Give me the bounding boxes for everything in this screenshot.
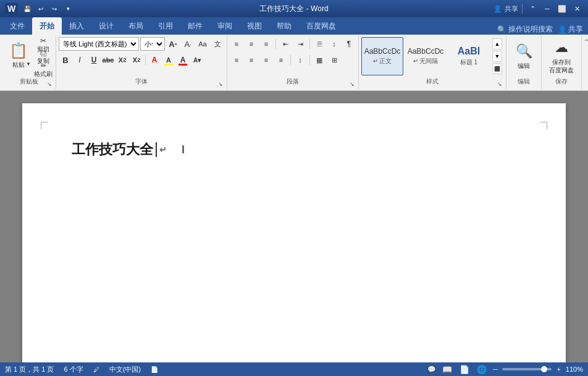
- ribbon: 文件 开始 插入 设计 布局 引用 邮件 审阅 视图 帮助 百度网盘 🔍 操作说…: [0, 17, 588, 35]
- styles-expand-dialog-btn[interactable]: ↘: [496, 80, 503, 88]
- document-heading[interactable]: 工作技巧大全↵ I: [72, 140, 516, 159]
- ribbon-right-items: 🔍 操作说明搜索 👤 共享: [497, 24, 586, 35]
- editing-group-bottom: 编辑: [509, 75, 539, 88]
- print-layout-btn[interactable]: 📄: [458, 364, 471, 374]
- bullets-btn[interactable]: ≡: [230, 37, 243, 51]
- highlight-icon: A: [166, 56, 171, 64]
- underline-btn[interactable]: U: [87, 53, 101, 67]
- tab-review[interactable]: 审阅: [210, 17, 240, 35]
- style-no-spacing[interactable]: AaBbCcDc ↵ 无间隔: [405, 37, 447, 75]
- undo-quick-btn[interactable]: ↩: [35, 3, 46, 14]
- multilevel-btn[interactable]: ≡: [259, 37, 273, 51]
- customize-quick-btn[interactable]: ▼: [62, 3, 74, 14]
- styles-scroll-down[interactable]: ▼: [492, 51, 502, 62]
- plus-zoom-btn[interactable]: +: [556, 365, 560, 373]
- show-hide-btn[interactable]: ¶: [342, 37, 356, 51]
- italic-btn[interactable]: I: [73, 53, 86, 67]
- paste-btn[interactable]: 📋 粘贴 ▼: [5, 37, 32, 74]
- clear-format-btn[interactable]: A: [148, 53, 161, 67]
- share-btn[interactable]: 共享: [505, 4, 518, 14]
- styles-scroll-up[interactable]: ▲: [492, 38, 502, 49]
- strikethrough-btn[interactable]: abc: [101, 53, 115, 67]
- text-cursor-indicator: I: [182, 143, 185, 156]
- tab-insert[interactable]: 插入: [62, 17, 91, 35]
- zoom-slider[interactable]: [502, 368, 552, 370]
- tab-mail[interactable]: 邮件: [180, 17, 210, 35]
- enlarge-font-btn[interactable]: A+: [166, 37, 180, 51]
- font-name-select[interactable]: 等线 Light (西文标题): [59, 37, 139, 51]
- style-normal[interactable]: AaBbCcDc ↵ 正文: [361, 37, 403, 75]
- corner-mark-tr: [540, 122, 547, 129]
- paragraph-group-content: ≡ ≡ ≡ ⇤ ⇥ 亖 ↕ ¶ ≡ ≡ ≡ ≡ ↕ ▦ ⊞: [230, 37, 356, 75]
- user-profile[interactable]: 👤: [494, 5, 502, 13]
- shading-btn[interactable]: ▦: [313, 53, 326, 67]
- highlight-btn[interactable]: A: [162, 53, 175, 67]
- tab-help[interactable]: 帮助: [269, 17, 299, 35]
- tab-home[interactable]: 开始: [32, 17, 62, 35]
- save-baidu-btn[interactable]: ☁ 保存到百度网盘: [544, 37, 579, 75]
- para-expand-btn[interactable]: ↘: [348, 80, 356, 88]
- chinese-layout-btn[interactable]: 亖: [313, 37, 326, 51]
- editing-icon: 🔍: [515, 43, 532, 60]
- superscript-btn[interactable]: X2: [130, 53, 143, 67]
- font-expand-btn[interactable]: ↘: [217, 80, 224, 88]
- tab-design[interactable]: 设计: [91, 17, 121, 35]
- borders-btn[interactable]: ⊞: [327, 53, 341, 67]
- document-heading-text: 工作技巧大全: [72, 140, 153, 159]
- wenzhi-btn[interactable]: 文: [211, 37, 224, 51]
- minimize-btn[interactable]: ─: [541, 2, 553, 15]
- change-case-btn[interactable]: Aa: [196, 37, 209, 51]
- text-cursor-caret: [156, 142, 157, 157]
- decrease-indent-btn[interactable]: ⇤: [279, 37, 292, 51]
- close-btn[interactable]: ✕: [571, 2, 583, 15]
- search-cmd-label: 操作说明搜索: [508, 24, 553, 35]
- center-btn[interactable]: ≡: [245, 53, 258, 67]
- highlight-color-bar: [164, 64, 173, 66]
- style-no-spacing-preview: AaBbCcDc: [408, 47, 444, 56]
- paste-icon: 📋: [9, 42, 28, 59]
- line-spacing-btn[interactable]: ↕: [293, 53, 307, 67]
- restore-btn[interactable]: ⬜: [556, 2, 568, 15]
- para-sep3: [290, 55, 291, 65]
- text-effect-btn[interactable]: A▾: [190, 53, 204, 67]
- status-bar: 第 1 页，共 1 页 6 个字 🖊 中文(中国) 📄 💬 📖 📄 🌐 ─ + …: [0, 362, 588, 376]
- quick-access-toolbar: 💾 ↩ ↪ ▼: [22, 3, 74, 14]
- document-area[interactable]: 工作技巧大全↵ I: [0, 91, 588, 362]
- clipboard-expand-btn[interactable]: ↘: [46, 80, 53, 88]
- format-painter-btn[interactable]: ✏ 格式刷: [33, 64, 53, 75]
- increase-indent-btn[interactable]: ⇥: [293, 37, 307, 51]
- sort-btn[interactable]: ↕: [327, 37, 341, 51]
- save-quick-btn[interactable]: 💾: [22, 3, 33, 14]
- paste-dropdown-icon[interactable]: ▼: [26, 61, 31, 67]
- align-left-btn[interactable]: ≡: [230, 53, 243, 67]
- justify-btn[interactable]: ≡: [274, 53, 288, 67]
- web-view-btn[interactable]: 🌐: [476, 364, 488, 374]
- numbering-btn[interactable]: ≡: [245, 37, 258, 51]
- minus-zoom-btn[interactable]: ─: [493, 365, 498, 373]
- align-right-btn[interactable]: ≡: [259, 53, 273, 67]
- editing-btn[interactable]: 🔍 编辑: [509, 37, 539, 75]
- tab-baidu[interactable]: 百度网盘: [299, 17, 343, 35]
- shrink-font-btn[interactable]: A-: [181, 37, 195, 51]
- font-size-select[interactable]: 小一: [140, 37, 165, 51]
- collapse-ribbon-btn[interactable]: ⌃: [582, 37, 588, 46]
- search-command-btn[interactable]: 🔍 操作说明搜索: [497, 24, 553, 35]
- font-color-btn[interactable]: A: [176, 53, 190, 67]
- editing-group-content: 🔍 编辑: [509, 37, 539, 75]
- read-mode-btn[interactable]: 📖: [441, 364, 453, 374]
- styles-expand-btn[interactable]: ⬛: [492, 63, 502, 74]
- redo-quick-btn[interactable]: ↪: [49, 3, 60, 14]
- bold-btn[interactable]: B: [59, 53, 72, 67]
- subscript-btn[interactable]: X2: [116, 53, 129, 67]
- ribbon-display-btn[interactable]: ⌃: [526, 2, 539, 15]
- word-count: 6 个字: [64, 365, 83, 374]
- styles-gallery: AaBbCcDc ↵ 正文 AaBbCcDc ↵ 无间隔 AaBl 标题 1 ▲…: [361, 37, 503, 75]
- tab-file[interactable]: 文件: [2, 17, 32, 35]
- para-sep2: [309, 39, 310, 49]
- tab-layout[interactable]: 布局: [121, 17, 151, 35]
- share-ribbon-btn[interactable]: 👤 共享: [558, 24, 583, 35]
- tab-view[interactable]: 视图: [240, 17, 269, 35]
- tab-references[interactable]: 引用: [151, 17, 180, 35]
- style-heading1[interactable]: AaBl 标题 1: [448, 37, 490, 75]
- ribbon-content: 📋 粘贴 ▼ ✂ 剪切 ⿻ 复制 ✏ 格式刷 剪贴板 ↘ 等线 Light (西…: [0, 35, 588, 91]
